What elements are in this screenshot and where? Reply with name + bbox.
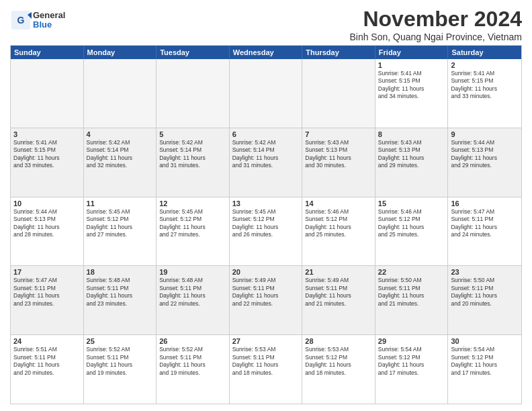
logo-icon: G — [10, 9, 32, 31]
day-info: Sunrise: 5:53 AM Sunset: 5:12 PM Dayligh… — [305, 346, 372, 377]
day-number: 2 — [451, 61, 519, 69]
calendar-cell: 10Sunrise: 5:44 AM Sunset: 5:13 PM Dayli… — [11, 197, 84, 266]
day-info: Sunrise: 5:44 AM Sunset: 5:13 PM Dayligh… — [13, 208, 81, 239]
calendar-cell: 23Sunrise: 5:50 AM Sunset: 5:11 PM Dayli… — [448, 266, 521, 334]
calendar-header-cell: Thursday — [302, 46, 375, 59]
calendar-cell: 18Sunrise: 5:48 AM Sunset: 5:11 PM Dayli… — [84, 266, 157, 334]
day-info: Sunrise: 5:43 AM Sunset: 5:13 PM Dayligh… — [305, 139, 372, 170]
day-info: Sunrise: 5:41 AM Sunset: 5:15 PM Dayligh… — [13, 139, 81, 170]
day-info: Sunrise: 5:42 AM Sunset: 5:14 PM Dayligh… — [87, 139, 154, 170]
calendar-cell: 11Sunrise: 5:45 AM Sunset: 5:12 PM Dayli… — [84, 197, 157, 266]
day-info: Sunrise: 5:41 AM Sunset: 5:15 PM Dayligh… — [451, 70, 519, 101]
calendar-cell: 14Sunrise: 5:46 AM Sunset: 5:12 PM Dayli… — [302, 197, 375, 266]
calendar-row: 10Sunrise: 5:44 AM Sunset: 5:13 PM Dayli… — [11, 197, 521, 266]
calendar-row: 1Sunrise: 5:41 AM Sunset: 5:15 PM Daylig… — [11, 59, 521, 128]
calendar-cell: 5Sunrise: 5:42 AM Sunset: 5:14 PM Daylig… — [157, 128, 230, 197]
day-number: 8 — [378, 130, 445, 138]
calendar-cell: 28Sunrise: 5:53 AM Sunset: 5:12 PM Dayli… — [302, 335, 375, 404]
day-number: 29 — [378, 337, 445, 345]
calendar-cell: 3Sunrise: 5:41 AM Sunset: 5:15 PM Daylig… — [11, 128, 84, 197]
calendar-header: SundayMondayTuesdayWednesdayThursdayFrid… — [11, 46, 521, 59]
calendar-cell: 25Sunrise: 5:52 AM Sunset: 5:11 PM Dayli… — [84, 335, 157, 404]
calendar-cell: 8Sunrise: 5:43 AM Sunset: 5:13 PM Daylig… — [375, 128, 449, 197]
calendar-header-cell: Tuesday — [157, 46, 230, 59]
day-info: Sunrise: 5:48 AM Sunset: 5:11 PM Dayligh… — [159, 277, 226, 308]
day-number: 3 — [13, 130, 81, 138]
day-info: Sunrise: 5:46 AM Sunset: 5:12 PM Dayligh… — [378, 208, 445, 239]
day-info: Sunrise: 5:47 AM Sunset: 5:11 PM Dayligh… — [13, 277, 81, 308]
calendar-cell: 29Sunrise: 5:54 AM Sunset: 5:12 PM Dayli… — [375, 335, 449, 404]
calendar-cell: 26Sunrise: 5:52 AM Sunset: 5:11 PM Dayli… — [157, 335, 230, 404]
day-number: 13 — [232, 199, 300, 208]
title-area: November 2024 Binh Son, Quang Ngai Provi… — [349, 7, 522, 42]
day-info: Sunrise: 5:52 AM Sunset: 5:11 PM Dayligh… — [159, 346, 226, 377]
calendar-row: 24Sunrise: 5:51 AM Sunset: 5:11 PM Dayli… — [11, 334, 521, 404]
calendar-cell — [11, 59, 84, 128]
day-number: 14 — [305, 199, 372, 208]
day-info: Sunrise: 5:52 AM Sunset: 5:11 PM Dayligh… — [87, 346, 154, 377]
day-info: Sunrise: 5:49 AM Sunset: 5:11 PM Dayligh… — [305, 277, 372, 308]
day-info: Sunrise: 5:44 AM Sunset: 5:13 PM Dayligh… — [451, 139, 519, 170]
calendar-cell: 12Sunrise: 5:45 AM Sunset: 5:12 PM Dayli… — [157, 197, 230, 266]
day-info: Sunrise: 5:50 AM Sunset: 5:11 PM Dayligh… — [451, 277, 519, 308]
calendar-body: 1Sunrise: 5:41 AM Sunset: 5:15 PM Daylig… — [11, 59, 521, 404]
day-info: Sunrise: 5:41 AM Sunset: 5:15 PM Dayligh… — [378, 70, 445, 101]
header-area: G General Blue November 2024 Binh Son, Q… — [10, 7, 522, 42]
calendar-cell: 16Sunrise: 5:47 AM Sunset: 5:11 PM Dayli… — [448, 197, 521, 266]
day-number: 27 — [232, 337, 300, 345]
logo-general: General — [33, 11, 65, 20]
day-number: 7 — [305, 130, 372, 138]
calendar-cell: 24Sunrise: 5:51 AM Sunset: 5:11 PM Dayli… — [11, 335, 84, 404]
day-info: Sunrise: 5:49 AM Sunset: 5:11 PM Dayligh… — [232, 277, 300, 308]
day-info: Sunrise: 5:48 AM Sunset: 5:11 PM Dayligh… — [87, 277, 154, 308]
day-number: 6 — [232, 130, 300, 138]
calendar: SundayMondayTuesdayWednesdayThursdayFrid… — [10, 45, 522, 404]
day-number: 4 — [87, 130, 154, 138]
day-number: 5 — [159, 130, 226, 138]
logo-blue: Blue — [33, 20, 65, 30]
day-info: Sunrise: 5:45 AM Sunset: 5:12 PM Dayligh… — [232, 208, 300, 239]
day-info: Sunrise: 5:42 AM Sunset: 5:14 PM Dayligh… — [232, 139, 300, 170]
location: Binh Son, Quang Ngai Province, Vietnam — [349, 32, 522, 42]
calendar-cell: 30Sunrise: 5:54 AM Sunset: 5:12 PM Dayli… — [448, 335, 521, 404]
day-number: 30 — [451, 337, 519, 345]
calendar-cell: 15Sunrise: 5:46 AM Sunset: 5:12 PM Dayli… — [375, 197, 449, 266]
calendar-header-cell: Sunday — [11, 46, 84, 59]
day-number: 18 — [87, 268, 154, 276]
day-number: 23 — [451, 268, 519, 276]
day-info: Sunrise: 5:51 AM Sunset: 5:11 PM Dayligh… — [13, 346, 81, 377]
day-info: Sunrise: 5:54 AM Sunset: 5:12 PM Dayligh… — [451, 346, 519, 377]
calendar-cell: 1Sunrise: 5:41 AM Sunset: 5:15 PM Daylig… — [375, 59, 449, 128]
day-info: Sunrise: 5:45 AM Sunset: 5:12 PM Dayligh… — [87, 208, 154, 239]
day-info: Sunrise: 5:46 AM Sunset: 5:12 PM Dayligh… — [305, 208, 372, 239]
calendar-cell: 2Sunrise: 5:41 AM Sunset: 5:15 PM Daylig… — [448, 59, 521, 128]
calendar-header-cell: Saturday — [448, 46, 521, 59]
calendar-header-cell: Friday — [375, 46, 449, 59]
calendar-row: 3Sunrise: 5:41 AM Sunset: 5:15 PM Daylig… — [11, 128, 521, 197]
day-info: Sunrise: 5:43 AM Sunset: 5:13 PM Dayligh… — [378, 139, 445, 170]
day-number: 17 — [13, 268, 81, 276]
day-number: 28 — [305, 337, 372, 345]
logo: G General Blue — [10, 9, 65, 31]
calendar-cell: 27Sunrise: 5:53 AM Sunset: 5:11 PM Dayli… — [230, 335, 303, 404]
day-number: 20 — [232, 268, 300, 276]
calendar-cell — [157, 59, 230, 128]
day-info: Sunrise: 5:45 AM Sunset: 5:12 PM Dayligh… — [159, 208, 226, 239]
day-number: 26 — [159, 337, 226, 345]
calendar-cell — [84, 59, 157, 128]
day-number: 12 — [159, 199, 226, 208]
calendar-row: 17Sunrise: 5:47 AM Sunset: 5:11 PM Dayli… — [11, 265, 521, 334]
calendar-cell: 21Sunrise: 5:49 AM Sunset: 5:11 PM Dayli… — [302, 266, 375, 334]
svg-text:G: G — [17, 15, 25, 26]
calendar-cell: 6Sunrise: 5:42 AM Sunset: 5:14 PM Daylig… — [230, 128, 303, 197]
day-number: 16 — [451, 199, 519, 208]
day-number: 22 — [378, 268, 445, 276]
day-number: 1 — [378, 61, 445, 69]
day-number: 11 — [87, 199, 154, 208]
day-number: 10 — [13, 199, 81, 208]
day-info: Sunrise: 5:53 AM Sunset: 5:11 PM Dayligh… — [232, 346, 300, 377]
calendar-cell: 4Sunrise: 5:42 AM Sunset: 5:14 PM Daylig… — [84, 128, 157, 197]
day-number: 21 — [305, 268, 372, 276]
day-number: 19 — [159, 268, 226, 276]
day-number: 15 — [378, 199, 445, 208]
